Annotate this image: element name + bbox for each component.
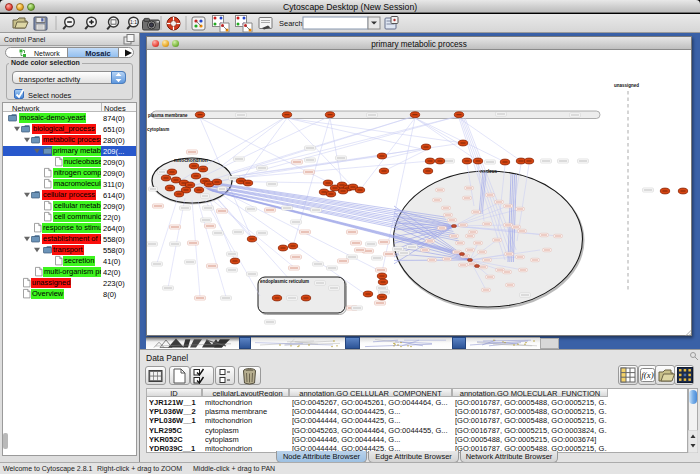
svg-text:Network: Network bbox=[34, 50, 60, 57]
svg-text:cytoplasm: cytoplasm bbox=[147, 127, 169, 132]
svg-text:Mosaic: Mosaic bbox=[85, 49, 110, 58]
svg-text:1:1: 1:1 bbox=[130, 19, 137, 25]
svg-text:Search:: Search: bbox=[279, 19, 305, 28]
svg-text:endoplasmic reticulum: endoplasmic reticulum bbox=[260, 279, 309, 284]
svg-text:mitochondrion: mitochondrion bbox=[174, 158, 208, 163]
svg-text:plasma membrane: plasma membrane bbox=[148, 113, 188, 118]
svg-text:f(x): f(x) bbox=[641, 370, 654, 380]
svg-text:unassigned: unassigned bbox=[614, 83, 639, 88]
